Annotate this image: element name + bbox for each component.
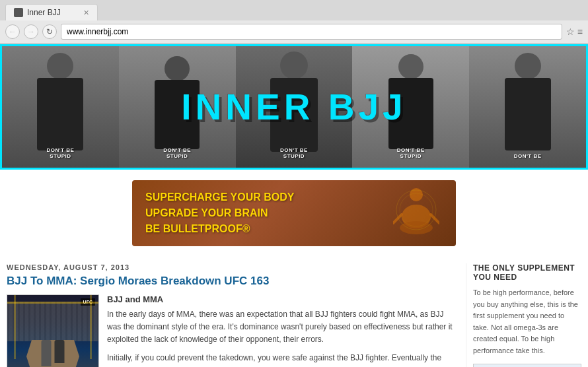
- ring-left: [14, 295, 16, 359]
- article-paragraph-1: In the early days of MMA, there was an e…: [107, 308, 456, 347]
- ad-banner[interactable]: SUPERCHARGE YOUR BODY UPGRADE YOUR BRAIN…: [132, 180, 456, 246]
- forward-button[interactable]: →: [24, 24, 38, 39]
- tab-favicon-icon: [14, 8, 23, 17]
- browser-tab[interactable]: Inner BJJ ✕: [5, 4, 98, 20]
- article-title[interactable]: BJJ To MMA: Sergio Moraes Breakdown UFC …: [7, 275, 456, 288]
- menu-icon[interactable]: ≡: [577, 26, 583, 37]
- ad-line1: SUPERCHARGE YOUR BODY: [145, 189, 295, 205]
- site-logo: INNER BJJ: [181, 86, 406, 128]
- shirt-text-3: DON'T BESTUPID: [280, 148, 308, 160]
- nav-icons: ☆ ≡: [566, 26, 583, 37]
- shirt-text-1: DON'T BESTUPID: [46, 148, 74, 160]
- crowd-dots: [7, 302, 98, 341]
- supplement-image: ULTIMATE OMEGA: [473, 364, 581, 367]
- main-content: WEDNESDAY, AUGUST 7, 2013 BJJ To MMA: Se…: [7, 263, 466, 367]
- ad-line3: BE BULLETPROOF®: [145, 221, 295, 237]
- ad-line2: UPGRADE YOUR BRAIN: [145, 205, 295, 221]
- article-text: BJJ and MMA In the early days of MMA, th…: [107, 294, 456, 367]
- article-image: UFC: [7, 294, 99, 367]
- ring-right: [90, 295, 92, 359]
- site-header: DON'T BESTUPID DON'T BESTUPID DON'T BEST…: [0, 44, 588, 170]
- fighter-2: [55, 340, 65, 363]
- meditation-icon: [393, 187, 439, 240]
- article-date: WEDNESDAY, AUGUST 7, 2013: [7, 263, 456, 271]
- tab-title: Inner BJJ: [27, 8, 61, 17]
- tab-bar: Inner BJJ ✕: [0, 0, 588, 20]
- article-body: UFC BJJ and MMA In the early d: [7, 294, 456, 367]
- nav-bar: ← → ↻ ☆ ≡: [0, 20, 588, 44]
- bookmark-icon[interactable]: ☆: [566, 26, 575, 37]
- shirt-text-2: DON'T BESTUPID: [163, 148, 191, 160]
- address-bar[interactable]: [61, 24, 562, 40]
- tab-close-button[interactable]: ✕: [83, 9, 89, 17]
- sidebar-description: To be high performance, before you buy a…: [473, 287, 581, 357]
- ad-text: SUPERCHARGE YOUR BODY UPGRADE YOUR BRAIN…: [145, 189, 295, 237]
- svg-point-4: [400, 221, 433, 234]
- sidebar-title: THE ONLY SUPPLEMENT YOU NEED: [473, 263, 581, 282]
- page-wrapper: DON'T BESTUPID DON'T BESTUPID DON'T BEST…: [0, 44, 588, 367]
- ufc-scene: UFC: [7, 295, 98, 367]
- ufc-fighters: [42, 340, 65, 366]
- shirt-text-5: DON'T BE: [514, 154, 542, 160]
- ad-container: SUPERCHARGE YOUR BODY UPGRADE YOUR BRAIN…: [0, 170, 588, 257]
- section-heading: BJJ and MMA: [107, 294, 456, 304]
- article-paragraph-2: Initially, if you could prevent the take…: [107, 352, 456, 367]
- browser-chrome: Inner BJJ ✕ ← → ↻ ☆ ≡: [0, 0, 588, 44]
- ring-top: [7, 302, 98, 304]
- refresh-button[interactable]: ↻: [42, 24, 57, 39]
- fighter-1: [42, 340, 52, 366]
- sidebar: THE ONLY SUPPLEMENT YOU NEED To be high …: [466, 263, 581, 367]
- ad-figure: [390, 187, 443, 240]
- content-area: WEDNESDAY, AUGUST 7, 2013 BJJ To MMA: Se…: [0, 257, 588, 367]
- back-button[interactable]: ←: [5, 24, 20, 39]
- shirt-text-4: DON'T BESTUPID: [397, 148, 425, 160]
